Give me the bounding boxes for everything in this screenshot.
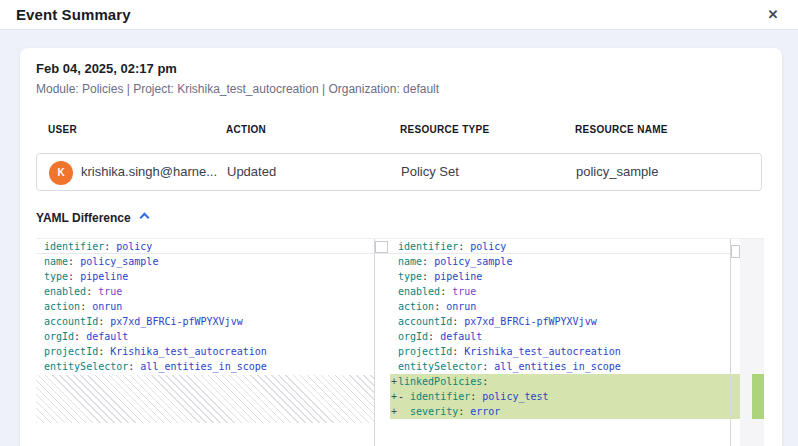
diff-line: enabled: true	[390, 284, 740, 299]
diff-added-gutter-plus: +	[391, 374, 397, 389]
diff-line: enabled: true	[36, 284, 390, 299]
diff-line: entitySelector: all_entities_in_scope	[36, 359, 390, 374]
diff-added-marker	[752, 374, 764, 419]
diff-line: type: pipeline	[36, 269, 390, 284]
diff-line: projectId: Krishika_test_autocreation	[390, 344, 740, 359]
diff-line: accountId: px7xd_BFRCi-pfWPYXVjvw	[36, 314, 390, 329]
column-header-resource-type: RESOURCE TYPE	[400, 124, 489, 135]
diff-pane-modified[interactable]: identifier: policyname: policy_sampletyp…	[390, 239, 740, 446]
scrollbar-track	[374, 239, 375, 446]
yaml-difference-label: YAML Difference	[36, 211, 131, 225]
diff-line: entitySelector: all_entities_in_scope	[390, 359, 740, 374]
diff-line: identifier: policy	[36, 239, 390, 254]
diff-line: type: pipeline	[390, 269, 740, 284]
diff-empty-hatch	[36, 375, 374, 423]
modal-title: Event Summary	[16, 0, 131, 30]
diff-line: orgId: default	[36, 329, 390, 344]
user-cell: krishika.singh@harne...	[81, 154, 217, 190]
diff-pane-original[interactable]: identifier: policyname: policy_sampletyp…	[36, 239, 390, 446]
diff-line: projectId: Krishika_test_autocreation	[36, 344, 390, 359]
event-card: Feb 04, 2025, 02:17 pm Module: Policies …	[20, 48, 782, 446]
event-meta: Module: Policies | Project: Krishika_tes…	[36, 82, 439, 96]
yaml-diff-viewer: identifier: policyname: policy_sampletyp…	[36, 238, 764, 446]
diff-line-added: +- identifier: policy_test	[390, 389, 740, 404]
close-icon: ✕	[768, 7, 779, 22]
column-header-resource-name: RESOURCE NAME	[575, 124, 668, 135]
chevron-up-icon[interactable]	[139, 213, 149, 223]
diff-line: action: onrun	[36, 299, 390, 314]
diff-line: name: policy_sample	[390, 254, 740, 269]
diff-line: orgId: default	[390, 329, 740, 344]
close-button[interactable]: ✕	[760, 0, 786, 30]
diff-line: name: policy_sample	[36, 254, 390, 269]
diff-overview-ruler[interactable]	[740, 239, 764, 446]
scrollbar-thumb[interactable]	[731, 245, 740, 258]
diff-modified-lines: identifier: policyname: policy_sampletyp…	[390, 239, 740, 419]
event-timestamp: Feb 04, 2025, 02:17 pm	[36, 61, 177, 76]
action-cell: Updated	[227, 154, 276, 190]
modal-header: Event Summary ✕	[0, 0, 798, 30]
modal-body: Feb 04, 2025, 02:17 pm Module: Policies …	[0, 30, 798, 446]
diff-added-gutter-plus: +	[391, 389, 397, 404]
table-row[interactable]: K krishika.singh@harne... Updated Policy…	[36, 153, 762, 191]
scrollbar-thumb[interactable]	[375, 241, 388, 253]
diff-added-gutter-plus: +	[391, 404, 397, 419]
scrollbar-track	[730, 239, 731, 446]
avatar: K	[49, 161, 73, 185]
diff-line-added: +linkedPolicies:	[390, 374, 740, 389]
column-header-action: ACTION	[226, 124, 266, 135]
resource-name-cell: policy_sample	[576, 154, 658, 190]
column-header-user: USER	[48, 124, 77, 135]
diff-original-lines: identifier: policyname: policy_sampletyp…	[36, 239, 390, 374]
resource-type-cell: Policy Set	[401, 154, 459, 190]
yaml-difference-toggle[interactable]: YAML Difference	[36, 211, 148, 225]
diff-line: identifier: policy	[390, 239, 740, 254]
diff-line-added: + severity: error	[390, 404, 740, 419]
diff-line: action: onrun	[390, 299, 740, 314]
diff-line: accountId: px7xd_BFRCi-pfWPYXVjvw	[390, 314, 740, 329]
